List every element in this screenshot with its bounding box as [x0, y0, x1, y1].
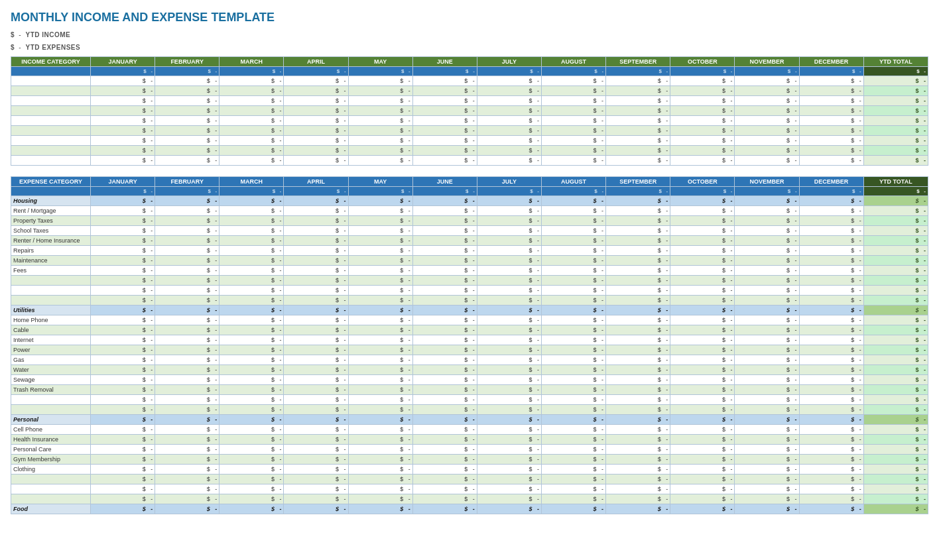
income-data-cell[interactable]: $ -: [670, 76, 735, 86]
expense-data-cell[interactable]: $ -: [670, 494, 735, 504]
income-data-cell[interactable]: $ -: [412, 106, 477, 116]
expense-data-cell[interactable]: $ -: [670, 246, 735, 256]
expense-data-cell[interactable]: $ -: [541, 494, 605, 504]
expense-data-cell[interactable]: $ -: [155, 236, 219, 246]
income-data-cell[interactable]: $ -: [477, 136, 541, 146]
expense-data-cell[interactable]: $ -: [412, 206, 477, 216]
expense-data-cell[interactable]: $ -: [412, 315, 477, 325]
income-data-cell[interactable]: $ -: [412, 76, 477, 86]
expense-data-cell[interactable]: $ -: [155, 296, 219, 306]
expense-data-cell[interactable]: $ -: [541, 256, 605, 266]
expense-data-cell[interactable]: $ -: [606, 286, 670, 296]
section-total-cell[interactable]: $ -: [284, 306, 348, 315]
expense-data-cell[interactable]: $ -: [541, 236, 605, 246]
income-data-cell[interactable]: $ -: [735, 86, 799, 96]
expense-data-cell[interactable]: $ -: [606, 475, 670, 484]
exp-apr-total[interactable]: $ -: [284, 187, 348, 196]
expense-data-cell[interactable]: $ -: [541, 206, 605, 216]
expense-data-cell[interactable]: $ -: [412, 385, 477, 395]
income-row-label[interactable]: [11, 116, 91, 126]
expense-data-cell[interactable]: $ -: [670, 395, 735, 405]
expense-data-cell[interactable]: $ -: [477, 494, 541, 504]
expense-data-cell[interactable]: $ -: [219, 246, 284, 256]
expense-data-cell[interactable]: $ -: [219, 484, 284, 494]
income-data-cell[interactable]: $ -: [284, 86, 348, 96]
income-data-cell[interactable]: $ -: [348, 126, 412, 136]
expense-data-cell[interactable]: $ -: [155, 246, 219, 256]
section-total-cell[interactable]: $ -: [606, 196, 670, 206]
expense-data-cell[interactable]: $ -: [91, 484, 155, 494]
expense-data-cell[interactable]: $ -: [477, 226, 541, 236]
exp-oct-total[interactable]: $ -: [670, 187, 735, 196]
expense-data-cell[interactable]: $ -: [799, 325, 863, 335]
expense-data-cell[interactable]: $ -: [477, 475, 541, 484]
expense-row-label[interactable]: Gym Membership: [11, 455, 91, 465]
expense-data-cell[interactable]: $ -: [412, 435, 477, 445]
income-data-cell[interactable]: $ -: [799, 116, 863, 126]
expense-data-cell[interactable]: $ -: [219, 445, 284, 455]
income-data-cell[interactable]: $ -: [155, 136, 219, 146]
expense-data-cell[interactable]: $ -: [606, 465, 670, 475]
expense-data-cell[interactable]: $ -: [541, 296, 605, 306]
expense-data-cell[interactable]: $ -: [477, 236, 541, 246]
income-data-cell[interactable]: $ -: [91, 96, 155, 106]
expense-data-cell[interactable]: $ -: [155, 395, 219, 405]
expense-data-cell[interactable]: $ -: [670, 365, 735, 375]
expense-data-cell[interactable]: $ -: [284, 226, 348, 236]
expense-data-cell[interactable]: $ -: [799, 355, 863, 365]
expense-data-cell[interactable]: $ -: [670, 226, 735, 236]
expense-data-cell[interactable]: $ -: [799, 484, 863, 494]
expense-data-cell[interactable]: $ -: [799, 226, 863, 236]
expense-data-cell[interactable]: $ -: [155, 465, 219, 475]
expense-data-cell[interactable]: $ -: [412, 345, 477, 355]
expense-data-cell[interactable]: $ -: [91, 445, 155, 455]
expense-data-cell[interactable]: $ -: [799, 435, 863, 445]
expense-data-cell[interactable]: $ -: [541, 216, 605, 226]
section-total-cell[interactable]: $ -: [477, 196, 541, 206]
income-data-cell[interactable]: $ -: [91, 106, 155, 116]
expense-data-cell[interactable]: $ -: [284, 465, 348, 475]
expense-data-cell[interactable]: $ -: [348, 236, 412, 246]
exp-jun-total[interactable]: $ -: [412, 187, 477, 196]
expense-data-cell[interactable]: $ -: [799, 206, 863, 216]
expense-data-cell[interactable]: $ -: [155, 325, 219, 335]
expense-data-cell[interactable]: $ -: [155, 365, 219, 375]
expense-data-cell[interactable]: $ -: [477, 206, 541, 216]
section-total-cell[interactable]: $ -: [284, 196, 348, 206]
income-oct-total[interactable]: $ -: [670, 67, 735, 76]
expense-data-cell[interactable]: $ -: [155, 445, 219, 455]
section-total-cell[interactable]: $ -: [735, 306, 799, 315]
income-data-cell[interactable]: $ -: [606, 146, 670, 156]
expense-data-cell[interactable]: $ -: [219, 435, 284, 445]
income-data-cell[interactable]: $ -: [155, 126, 219, 136]
expense-data-cell[interactable]: $ -: [541, 335, 605, 345]
income-data-cell[interactable]: $ -: [606, 76, 670, 86]
income-data-cell[interactable]: $ -: [219, 146, 284, 156]
section-total-cell[interactable]: $ -: [348, 306, 412, 315]
expense-data-cell[interactable]: $ -: [477, 375, 541, 385]
section-total-cell[interactable]: $ -: [219, 306, 284, 315]
expense-data-cell[interactable]: $ -: [799, 465, 863, 475]
expense-data-cell[interactable]: $ -: [670, 315, 735, 325]
income-data-cell[interactable]: $ -: [670, 136, 735, 146]
income-data-cell[interactable]: $ -: [606, 106, 670, 116]
expense-data-cell[interactable]: $ -: [799, 315, 863, 325]
section-total-cell[interactable]: $ -: [155, 504, 219, 514]
income-data-cell[interactable]: $ -: [541, 156, 605, 166]
section-total-cell[interactable]: $ -: [670, 415, 735, 425]
expense-data-cell[interactable]: $ -: [348, 286, 412, 296]
expense-data-cell[interactable]: $ -: [348, 246, 412, 256]
income-data-cell[interactable]: $ -: [284, 96, 348, 106]
expense-data-cell[interactable]: $ -: [284, 475, 348, 484]
expense-data-cell[interactable]: $ -: [219, 494, 284, 504]
section-total-cell[interactable]: $ -: [477, 415, 541, 425]
expense-data-cell[interactable]: $ -: [477, 325, 541, 335]
expense-data-cell[interactable]: $ -: [735, 365, 799, 375]
section-total-cell[interactable]: $ -: [284, 415, 348, 425]
expense-data-cell[interactable]: $ -: [219, 335, 284, 345]
expense-data-cell[interactable]: $ -: [91, 345, 155, 355]
section-total-cell[interactable]: $ -: [412, 504, 477, 514]
expense-data-cell[interactable]: $ -: [284, 286, 348, 296]
expense-row-label[interactable]: Rent / Mortgage: [11, 206, 91, 216]
expense-data-cell[interactable]: $ -: [670, 405, 735, 415]
